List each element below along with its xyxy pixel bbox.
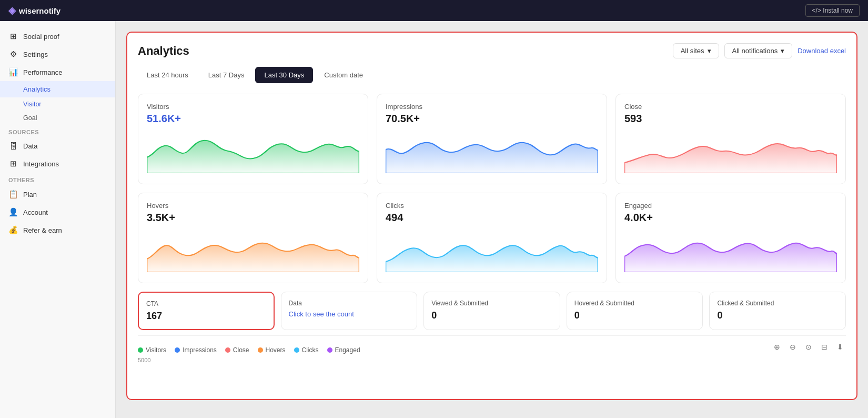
chart-legend-row: Visitors Impressions Close Hovers bbox=[138, 335, 846, 354]
legend-dot-close bbox=[225, 347, 230, 353]
engaged-value: 4.0K+ bbox=[624, 212, 837, 224]
legend-impressions-label: Impressions bbox=[183, 346, 217, 354]
sidebar-sub-item-goal[interactable]: Goal bbox=[0, 111, 115, 125]
clicked-submitted-value: 0 bbox=[717, 310, 838, 321]
sidebar-item-plan[interactable]: 📋 Plan bbox=[0, 185, 115, 203]
visitor-label: Visitor bbox=[23, 101, 42, 108]
topbar: ◈ wisernotify </> Install now bbox=[0, 0, 868, 21]
bottom-card-data: Data Click to see the count bbox=[281, 292, 418, 330]
sources-section-label: Sources bbox=[0, 125, 115, 137]
sidebar-item-social-proof[interactable]: ⊞ Social proof bbox=[0, 27, 115, 45]
cta-value: 167 bbox=[146, 311, 266, 322]
data-card-link[interactable]: Click to see the count bbox=[289, 310, 410, 318]
all-notifications-label: All notifications bbox=[732, 47, 778, 55]
visitors-label: Visitors bbox=[147, 103, 359, 111]
download-icon[interactable]: ⬇ bbox=[834, 341, 846, 353]
legend-close-label: Close bbox=[233, 346, 249, 354]
sidebar: ⊞ Social proof ⚙ Settings 📊 Performance … bbox=[0, 21, 116, 418]
engaged-label: Engaged bbox=[624, 202, 837, 210]
logo-icon: ◈ bbox=[8, 5, 16, 16]
bottom-card-hovered-submitted: Hovered & Submitted 0 bbox=[567, 292, 703, 330]
viewed-submitted-label: Viewed & Submitted bbox=[431, 300, 552, 307]
main-layout: ⊞ Social proof ⚙ Settings 📊 Performance … bbox=[0, 21, 868, 418]
clicks-label: Clicks bbox=[386, 202, 598, 210]
goal-label: Goal bbox=[23, 114, 37, 122]
sidebar-sub-item-visitor[interactable]: Visitor bbox=[0, 97, 115, 111]
stat-card-impressions: Impressions 70.5K+ bbox=[377, 94, 607, 184]
chevron-down-icon2: ▾ bbox=[781, 47, 784, 55]
impressions-value: 70.5K+ bbox=[386, 113, 598, 125]
sidebar-item-refer[interactable]: 💰 Refer & earn bbox=[0, 221, 115, 239]
tab-24h[interactable]: Last 24 hours bbox=[138, 67, 197, 83]
close-chart bbox=[624, 131, 837, 173]
clicked-submitted-label: Clicked & Submitted bbox=[717, 300, 838, 307]
sidebar-item-account[interactable]: 👤 Account bbox=[0, 203, 115, 221]
page-title: Analytics bbox=[138, 44, 189, 58]
bottom-card-viewed-submitted: Viewed & Submitted 0 bbox=[423, 292, 560, 330]
all-notifications-dropdown[interactable]: All notifications ▾ bbox=[724, 43, 793, 58]
download-excel-link[interactable]: Download excel bbox=[798, 47, 846, 55]
stat-card-engaged: Engaged 4.0K+ bbox=[615, 193, 846, 283]
integrations-icon: ⊞ bbox=[8, 159, 18, 168]
analytics-panel: Analytics All sites ▾ All notifications … bbox=[126, 32, 857, 400]
impressions-label: Impressions bbox=[386, 103, 598, 111]
legend-visitors: Visitors bbox=[138, 346, 166, 354]
plan-icon: 📋 bbox=[8, 190, 18, 199]
visitors-chart bbox=[147, 131, 359, 173]
all-sites-dropdown[interactable]: All sites ▾ bbox=[673, 43, 719, 58]
sidebar-label-performance: Performance bbox=[23, 68, 62, 76]
legend-close: Close bbox=[225, 346, 249, 354]
content-area: Analytics All sites ▾ All notifications … bbox=[116, 21, 868, 418]
tab-30d[interactable]: Last 30 Days bbox=[255, 67, 313, 83]
zoom-in-icon[interactable]: ⊕ bbox=[771, 341, 783, 353]
legend-dot-visitors bbox=[138, 347, 143, 353]
refer-icon: 💰 bbox=[8, 225, 18, 235]
panel-header: Analytics All sites ▾ All notifications … bbox=[138, 43, 846, 58]
sidebar-item-analytics[interactable]: Analytics bbox=[0, 81, 115, 97]
hovered-submitted-label: Hovered & Submitted bbox=[574, 300, 695, 307]
legend-dot-engaged bbox=[327, 347, 332, 353]
performance-icon: 📊 bbox=[8, 67, 18, 77]
y-axis-label: 5000 bbox=[138, 357, 846, 363]
viewed-submitted-value: 0 bbox=[431, 310, 552, 321]
zoom-out-icon[interactable]: ⊖ bbox=[787, 341, 799, 353]
sidebar-item-integrations[interactable]: ⊞ Integrations bbox=[0, 155, 115, 173]
date-tabs: Last 24 hours Last 7 Days Last 30 Days C… bbox=[138, 67, 846, 83]
reset-icon[interactable]: ⊙ bbox=[803, 341, 814, 353]
legend-hovers-label: Hovers bbox=[266, 346, 286, 354]
sidebar-label-settings: Settings bbox=[23, 51, 48, 58]
hovered-submitted-value: 0 bbox=[574, 310, 695, 321]
install-button[interactable]: </> Install now bbox=[805, 4, 860, 17]
sidebar-item-performance[interactable]: 📊 Performance bbox=[0, 63, 115, 81]
stat-card-visitors: Visitors 51.6K+ bbox=[138, 94, 368, 184]
legend-impressions: Impressions bbox=[175, 346, 217, 354]
chevron-down-icon: ▾ bbox=[708, 47, 711, 55]
pan-icon[interactable]: ⊟ bbox=[819, 341, 830, 353]
sidebar-label-social-proof: Social proof bbox=[23, 33, 59, 41]
cta-label: CTA bbox=[146, 300, 266, 307]
close-value: 593 bbox=[624, 113, 837, 125]
sidebar-item-data[interactable]: 🗄 Data bbox=[0, 137, 115, 155]
all-sites-label: All sites bbox=[681, 47, 704, 55]
settings-icon: ⚙ bbox=[8, 49, 18, 59]
panel-actions: All sites ▾ All notifications ▾ Download… bbox=[673, 43, 846, 58]
engaged-chart bbox=[624, 230, 837, 272]
legend-clicks: Clicks bbox=[294, 346, 319, 354]
legend-hovers: Hovers bbox=[258, 346, 286, 354]
stats-grid: Visitors 51.6K+ Impressions bbox=[138, 94, 846, 283]
legend-dot-hovers bbox=[258, 347, 263, 353]
stat-card-clicks: Clicks 494 bbox=[377, 193, 607, 283]
chart-controls: ⊕ ⊖ ⊙ ⊟ ⬇ bbox=[771, 341, 846, 353]
hovers-chart bbox=[147, 230, 359, 272]
sidebar-item-settings[interactable]: ⚙ Settings bbox=[0, 45, 115, 63]
account-icon: 👤 bbox=[8, 207, 18, 217]
clicks-value: 494 bbox=[386, 212, 598, 224]
tab-7d[interactable]: Last 7 Days bbox=[199, 67, 254, 83]
bottom-card-clicked-submitted: Clicked & Submitted 0 bbox=[709, 292, 846, 330]
data-icon: 🗄 bbox=[8, 142, 18, 151]
tab-custom[interactable]: Custom date bbox=[315, 67, 372, 83]
chart-legend: Visitors Impressions Close Hovers bbox=[138, 346, 360, 354]
legend-dot-impressions bbox=[175, 347, 180, 353]
sidebar-label-data: Data bbox=[23, 142, 37, 150]
data-card-label: Data bbox=[289, 300, 410, 307]
